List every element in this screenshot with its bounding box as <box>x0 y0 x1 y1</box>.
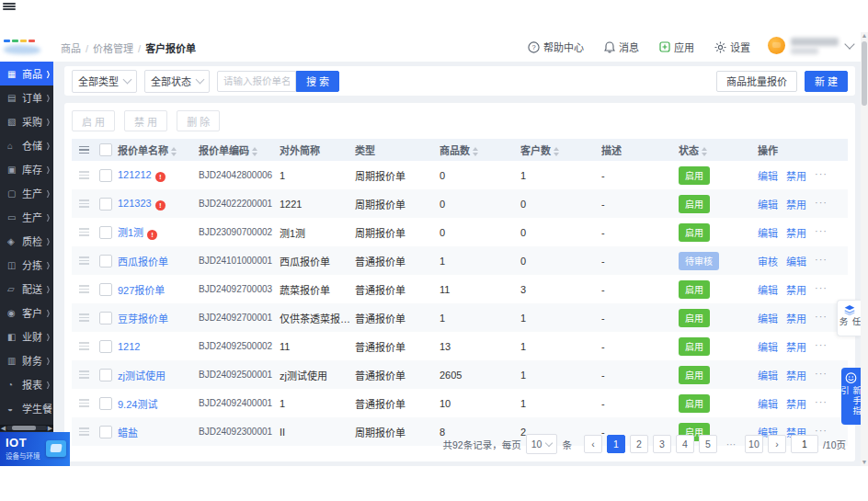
topnav-settings[interactable]: 设置 <box>714 40 750 54</box>
topnav-help[interactable]: ?帮助中心 <box>528 40 584 54</box>
sidebar-item-学生餐[interactable]: ◒学生餐❯ <box>0 396 53 420</box>
row-checkbox[interactable] <box>99 226 112 239</box>
drag-cell[interactable] <box>72 169 96 181</box>
row-checkbox[interactable] <box>99 283 112 296</box>
action-编辑[interactable]: 编辑 <box>758 339 778 354</box>
action-编辑[interactable]: 编辑 <box>758 282 778 297</box>
page-jump-input[interactable] <box>791 435 818 453</box>
quotation-name-link[interactable]: 豆芽报价单 <box>118 313 168 325</box>
sidebar-item-生产[interactable]: ▢生产❯ <box>0 181 53 205</box>
sort-icon[interactable] <box>171 147 177 156</box>
enable-button[interactable]: 启 用 <box>72 110 115 131</box>
action-禁用[interactable]: 禁用 <box>786 396 806 411</box>
action-编辑[interactable]: 编辑 <box>758 225 778 240</box>
drag-handle-icon[interactable] <box>79 342 89 350</box>
search-input[interactable] <box>217 71 296 92</box>
drag-cell[interactable] <box>72 397 96 409</box>
scrollbar-thumb[interactable] <box>862 41 867 106</box>
scroll-down-icon[interactable]: ▼ <box>861 459 868 466</box>
drag-handle-icon[interactable] <box>79 256 89 265</box>
sidebar-item-业财[interactable]: ◧业财❯ <box>0 325 53 348</box>
drag-cell[interactable] <box>72 226 96 238</box>
more-actions-icon[interactable]: ··· <box>815 225 828 240</box>
iot-panel[interactable]: IOT 设备与环境 <box>0 432 70 466</box>
sidebar-hscrollbar[interactable]: ◀ ▶ <box>0 425 53 431</box>
action-禁用[interactable]: 禁用 <box>786 368 806 382</box>
sidebar-item-财务[interactable]: ▥财务❯ <box>0 348 53 372</box>
user-zone[interactable] <box>768 37 853 54</box>
breadcrumb-item[interactable]: 商品 <box>61 43 81 54</box>
action-禁用[interactable]: 禁用 <box>786 225 806 240</box>
browser-menu-icon[interactable] <box>3 2 16 11</box>
task-float-tab[interactable]: 任务 <box>837 300 861 336</box>
sidebar-item-客户[interactable]: ◉客户❯ <box>0 301 53 325</box>
drag-handle-icon[interactable] <box>79 370 89 379</box>
page-button-5[interactable]: 5 <box>699 435 717 453</box>
action-编辑[interactable]: 编辑 <box>758 311 778 325</box>
quotation-name-link[interactable]: 西瓜报价单 <box>118 256 168 268</box>
row-checkbox[interactable] <box>99 312 112 325</box>
drag-handle-icon[interactable] <box>79 427 89 436</box>
search-button[interactable]: 搜 索 <box>296 71 339 92</box>
scrollbar-thumb[interactable] <box>12 426 36 430</box>
more-actions-icon[interactable]: ··· <box>815 282 828 297</box>
more-actions-icon[interactable]: ··· <box>815 339 828 354</box>
row-checkbox[interactable] <box>99 369 112 381</box>
drag-cell[interactable] <box>72 312 96 324</box>
row-checkbox[interactable] <box>99 169 112 182</box>
drag-cell[interactable] <box>72 198 96 210</box>
action-编辑[interactable]: 编辑 <box>758 396 778 411</box>
more-actions-icon[interactable]: ··· <box>815 396 828 411</box>
more-actions-icon[interactable]: ··· <box>815 197 828 211</box>
drag-cell[interactable] <box>72 340 96 352</box>
action-禁用[interactable]: 禁用 <box>786 311 806 325</box>
sidebar-item-商品[interactable]: ▦商品❯ <box>0 62 53 85</box>
drag-handle-icon[interactable] <box>79 313 89 322</box>
drag-cell[interactable] <box>72 426 96 438</box>
action-编辑[interactable]: 编辑 <box>758 168 778 183</box>
next-page-button[interactable]: › <box>768 435 786 453</box>
row-checkbox[interactable] <box>99 426 112 438</box>
row-checkbox[interactable] <box>99 255 112 268</box>
chevron-down-icon[interactable] <box>844 39 854 49</box>
batch-quote-button[interactable]: 商品批量报价 <box>716 71 797 92</box>
action-禁用[interactable]: 禁用 <box>786 197 806 211</box>
sidebar-item-生产[interactable]: ▭生产❯ <box>0 205 53 229</box>
select-all-checkbox[interactable] <box>99 143 112 156</box>
row-checkbox[interactable] <box>99 198 112 211</box>
sidebar-item-质检[interactable]: ◈质检❯ <box>0 229 53 253</box>
disable-button[interactable]: 禁 用 <box>124 110 167 131</box>
drag-handle-icon[interactable] <box>79 171 89 179</box>
sidebar-item-仓储[interactable]: ⌂仓储❯ <box>0 133 53 157</box>
topnav-apps[interactable]: 应用 <box>659 40 694 54</box>
sort-icon[interactable] <box>554 147 559 156</box>
action-禁用[interactable]: 禁用 <box>786 282 806 297</box>
page-button-3[interactable]: 3 <box>653 435 671 453</box>
action-编辑[interactable]: 编辑 <box>786 254 806 268</box>
sidebar-item-报表[interactable]: ◔报表❯ <box>0 372 53 396</box>
sidebar-item-订单[interactable]: ▤订单❯ <box>0 85 53 109</box>
sidebar-item-采购[interactable]: ▧采购❯ <box>0 109 53 133</box>
action-禁用[interactable]: 禁用 <box>786 339 806 354</box>
avatar[interactable] <box>768 37 785 54</box>
scroll-up-icon[interactable]: ▲ <box>861 32 868 40</box>
quotation-name-link[interactable]: 121212 <box>118 169 152 180</box>
page-vscrollbar[interactable]: ▲ ▼ <box>861 32 868 466</box>
status-filter-select[interactable]: 全部状态 <box>144 70 210 93</box>
guide-float-tab[interactable]: 新手指引 <box>841 368 861 425</box>
sort-icon[interactable] <box>702 147 707 156</box>
sidebar-item-配送[interactable]: ▱配送❯ <box>0 277 53 301</box>
action-禁用[interactable]: 禁用 <box>786 168 806 183</box>
quotation-name-link[interactable]: zj测试使用 <box>118 370 166 381</box>
action-审核[interactable]: 审核 <box>758 254 778 268</box>
sort-icon[interactable] <box>473 147 478 156</box>
more-actions-icon[interactable]: ··· <box>815 368 828 382</box>
sort-icon[interactable] <box>252 147 257 156</box>
quotation-name-link[interactable]: 121323 <box>118 198 152 209</box>
action-编辑[interactable]: 编辑 <box>758 368 778 382</box>
type-filter-select[interactable]: 全部类型 <box>72 70 137 93</box>
create-button[interactable]: 新 建 <box>805 71 848 92</box>
scroll-right-icon[interactable]: ▶ <box>47 425 53 431</box>
quotation-name-link[interactable]: 测1测 <box>118 227 143 238</box>
drag-handle-icon[interactable] <box>79 228 89 236</box>
